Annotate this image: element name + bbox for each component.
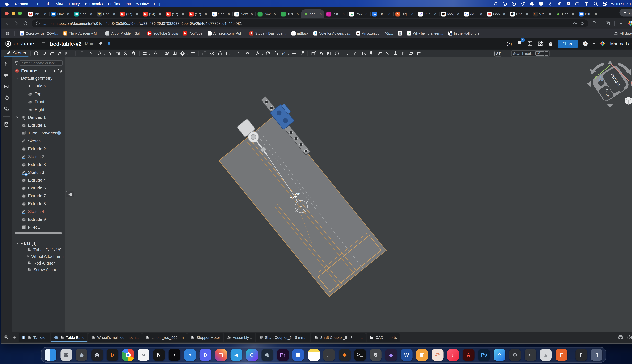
feature-front[interactable]: Front (12, 98, 65, 106)
browser-tab-3[interactable]: ▣Sec✕ (72, 10, 95, 18)
configurations-rail-icon[interactable] (4, 62, 9, 67)
model-table-base[interactable]: Table (65, 58, 632, 332)
print-icon[interactable] (618, 335, 623, 340)
browser-tab-7[interactable]: ▶(17)✕ (164, 10, 187, 18)
menu-item-file[interactable]: File (34, 2, 39, 6)
browser-tab-22[interactable]: ✱Cha✕ (508, 10, 531, 18)
update-features-icon[interactable] (15, 68, 19, 73)
st-tool-button[interactable]: ST (494, 50, 502, 56)
dock-app-steam[interactable]: ◉ (262, 349, 273, 360)
bookmark-item-11[interactable]: ◍ (398, 31, 402, 36)
tab-close-icon[interactable]: ✕ (388, 12, 391, 16)
document-title[interactable]: bed-table-v2 (50, 41, 82, 47)
play-circle-icon[interactable] (511, 1, 516, 6)
document-menu-icon[interactable] (41, 41, 46, 46)
feature-extrude-1[interactable]: Extrude 1 (12, 121, 65, 129)
tab-close-icon[interactable]: ✕ (480, 12, 483, 16)
feature-extrude-3[interactable]: Extrude 3 (12, 160, 65, 168)
delete-face-tool-button[interactable] (208, 50, 216, 57)
element-tab-cad-imports[interactable]: CAD Imports (366, 333, 400, 342)
boundary-surface-chevron-icon[interactable] (250, 52, 254, 56)
tasks-icon[interactable] (527, 41, 533, 47)
account-name[interactable]: Magma Labs (610, 41, 632, 46)
linear-pattern-chevron-icon[interactable] (148, 52, 151, 56)
mirror-tool-button[interactable] (152, 50, 160, 57)
dock-app-notion[interactable]: N (153, 349, 164, 360)
fillet-chevron-icon[interactable] (85, 52, 88, 56)
browser-tab-8[interactable]: ▶(17)✕ (186, 10, 210, 18)
rotate-left-arrow[interactable] (587, 81, 590, 87)
tab-close-icon[interactable]: ✕ (502, 12, 506, 16)
browser-tab-6[interactable]: ▶(14)✕ (141, 10, 164, 18)
element-tab-assembly-1[interactable]: Assembly 1 (224, 333, 255, 342)
variable-chevron-icon[interactable] (287, 52, 290, 56)
draft-tool-button[interactable] (96, 50, 104, 57)
c-circle-icon[interactable]: C (502, 1, 507, 6)
element-tab-tabletop[interactable]: Tabletop (18, 333, 50, 342)
dock-app-photo-booth[interactable]: ◉ (76, 349, 87, 360)
filter-funnel-icon[interactable] (14, 61, 18, 65)
sheet-metal-end-tool-button[interactable] (415, 50, 423, 57)
dock-app-arc[interactable]: ◆ (339, 349, 350, 360)
bookmark-item-3[interactable]: SArt of Problem Sol... (106, 31, 142, 36)
feature-extrude-6[interactable]: Extrude 6 (12, 184, 65, 192)
dock-app-premiere-pro[interactable]: Pr (277, 349, 288, 360)
bookmark-item-9[interactable]: ♦Vote for Advancius... (314, 31, 351, 36)
tree-chevron-icon[interactable] (15, 76, 19, 80)
element-tab-shaft-coupler-5-8-mm-[interactable]: Shaft Coupler_5 - 8 mm... (256, 333, 310, 342)
battery-icon[interactable] (575, 1, 580, 6)
import-mesh-tool-button[interactable] (333, 50, 341, 57)
dock-app-trash[interactable]: ▯ (591, 349, 602, 360)
sheet-metal-flange-tool-button[interactable] (352, 50, 360, 57)
dock-app-tiktok[interactable]: ♪ (168, 349, 180, 360)
browser-tab-10[interactable]: ◍New✕ (232, 10, 256, 18)
sheet-metal-hem-tool-button[interactable] (376, 50, 384, 57)
dock-app-apple-music[interactable]: ♫ (447, 349, 459, 360)
tab-close-icon[interactable]: ✕ (365, 12, 368, 16)
dock-app-instagram[interactable]: ▢ (215, 349, 226, 360)
rib-tool-button[interactable] (106, 50, 114, 57)
rotate-down-arrow[interactable] (607, 104, 613, 108)
menu-item-view[interactable]: View (56, 2, 64, 6)
feature-right[interactable]: Right (12, 106, 65, 114)
feature-extrude-4[interactable]: Extrude 4 (12, 176, 65, 184)
element-tab-shaft-coupler-5-8-mm-[interactable]: Shaft Coupler_5 - 8 mm... (311, 333, 366, 342)
browser-tab-24[interactable]: ◆Der✕ (554, 10, 577, 18)
tab-close-icon[interactable]: ✕ (250, 12, 254, 16)
dock-app-steam-alt[interactable]: ○ (524, 349, 536, 360)
search-tools-box[interactable]: Search tools... alt/⌥ c (512, 50, 550, 57)
control-center-icon[interactable] (602, 1, 607, 6)
suspend-rebuild-icon[interactable] (52, 68, 56, 73)
dock-app-math-app[interactable]: ∞ (138, 349, 149, 360)
apple-icon[interactable] (5, 1, 10, 6)
tree-chevron-icon[interactable] (15, 116, 19, 119)
dock-app-chrome[interactable] (122, 349, 134, 360)
apps-grid-icon[interactable] (5, 31, 10, 36)
fillet-tool-button[interactable] (78, 50, 86, 57)
tab-close-icon[interactable]: ✕ (273, 12, 276, 16)
viewport-3d[interactable]: Table (65, 58, 632, 332)
zoom-window-button[interactable] (18, 12, 22, 15)
feature-sketch-3[interactable]: Sketch 3 (12, 168, 65, 176)
element-tab-stepper-motor[interactable]: Stepper Motor (188, 333, 223, 342)
sheet-metal-bend-tool-button[interactable] (368, 50, 376, 57)
sheet-metal-rip-tool-button[interactable] (392, 50, 400, 57)
element-tab-table-base[interactable]: Table Base (51, 333, 87, 342)
site-info-icon[interactable] (36, 21, 40, 26)
close-window-button[interactable] (5, 12, 8, 15)
part-rod-aligner[interactable]: Rod Aligner (12, 260, 65, 266)
share-link-icon[interactable] (98, 41, 103, 46)
bookmark-item-1[interactable]: ▤Coronavirus (COVI... (20, 31, 58, 36)
tab-close-icon[interactable]: ✕ (158, 12, 162, 16)
filter-input[interactable] (20, 60, 63, 66)
ai-advisor-icon[interactable] (548, 41, 554, 47)
sync-icon[interactable] (493, 1, 498, 6)
bookmark-item-10[interactable]: aAmazon.com: 40p... (356, 31, 393, 36)
menu-item-chrome[interactable]: Chrome (15, 2, 28, 6)
element-tab-linear-rod-600mm[interactable]: Linear_rod_600mm (142, 333, 187, 342)
variable-tool-button[interactable]: (x) (280, 50, 288, 57)
notes-rail-icon[interactable] (4, 84, 9, 89)
dock-app-word[interactable]: W (401, 349, 412, 360)
feature-sketch-1[interactable]: Sketch 1 (12, 137, 65, 145)
menu-item-help[interactable]: Help (154, 2, 161, 6)
